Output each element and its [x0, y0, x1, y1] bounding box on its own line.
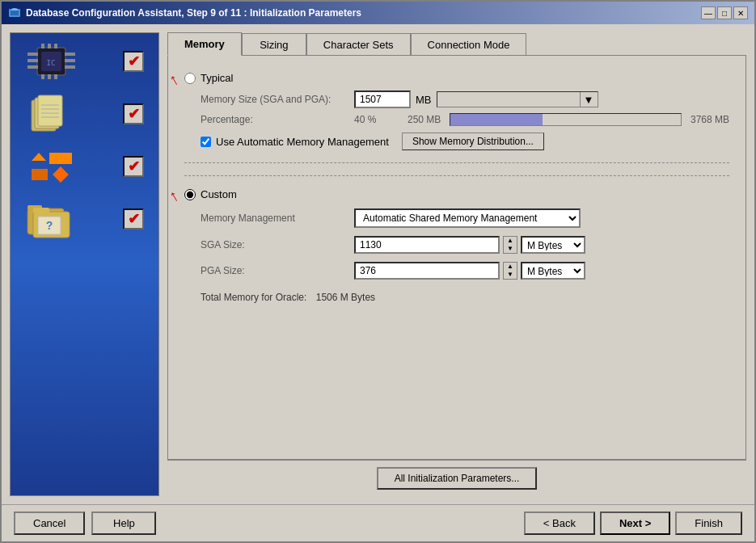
- custom-label: Custom: [201, 188, 237, 200]
- left-panel: IC ✔: [10, 32, 159, 496]
- auto-memory-row: Use Automatic Memory Management Show Mem…: [201, 133, 729, 150]
- memory-management-label: Memory Management: [201, 213, 346, 224]
- shapes-icon: [25, 146, 78, 187]
- illustration-row-3: ✔: [19, 146, 150, 187]
- memory-management-select[interactable]: Automatic Shared Memory Management Manua…: [354, 208, 581, 228]
- folder-doc-icon: ?: [25, 199, 78, 239]
- svg-rect-27: [32, 169, 48, 180]
- show-memory-distribution-button[interactable]: Show Memory Distribution...: [402, 133, 544, 150]
- svg-rect-20: [38, 95, 62, 126]
- svg-text:?: ?: [46, 219, 53, 232]
- svg-rect-26: [49, 153, 72, 164]
- custom-radio[interactable]: [184, 189, 196, 200]
- total-memory-label: Total Memory for Oracle:: [201, 292, 306, 303]
- illustration-row-2: ✔: [19, 94, 150, 134]
- sga-size-label: SGA Size:: [201, 239, 346, 250]
- arrow-indicator-typical: ↑: [166, 69, 182, 90]
- check-mark-1: ✔: [123, 51, 144, 72]
- pga-spin-down[interactable]: ▼: [504, 271, 517, 279]
- memory-size-label: Memory Size (SGA and PGA):: [201, 94, 346, 105]
- svg-rect-4: [41, 44, 44, 48]
- finish-button[interactable]: Finish: [675, 511, 742, 535]
- footer-right: < Back Next > Finish: [524, 511, 742, 535]
- sga-size-input[interactable]: [354, 236, 500, 254]
- close-button[interactable]: ✕: [733, 6, 748, 19]
- cancel-button[interactable]: Cancel: [14, 511, 85, 535]
- memory-size-input[interactable]: [354, 90, 411, 108]
- svg-rect-13: [65, 53, 75, 56]
- custom-radio-row: ↑ Custom: [184, 188, 729, 200]
- footer-left: Cancel Help: [14, 511, 156, 535]
- tab-connection-mode[interactable]: Connection Mode: [411, 33, 527, 56]
- pga-size-input[interactable]: [354, 262, 500, 280]
- svg-rect-11: [27, 59, 38, 62]
- percentage-row: 40 % 250 MB 3768 MB: [354, 113, 729, 126]
- svg-rect-2: [11, 11, 19, 15]
- svg-rect-7: [41, 74, 44, 79]
- auto-memory-checkbox[interactable]: [201, 137, 211, 147]
- memory-management-row: Automatic Shared Memory Management Manua…: [354, 208, 729, 228]
- check-mark-3: ✔: [123, 156, 144, 177]
- tabs-row: Memory Sizing Character Sets Connection …: [167, 32, 746, 56]
- bottom-bar: All Initialization Parameters...: [167, 460, 746, 496]
- minimize-button[interactable]: —: [701, 6, 716, 19]
- typical-section: ↑ Typical Memory Size (SGA and PGA): MB …: [184, 72, 729, 163]
- all-init-params-button[interactable]: All Initialization Parameters...: [377, 467, 538, 490]
- main-content: IC ✔: [2, 24, 754, 504]
- svg-rect-15: [65, 65, 75, 69]
- pga-unit-select[interactable]: M Bytes G Bytes: [521, 262, 585, 280]
- svg-text:IC: IC: [47, 59, 56, 67]
- percentage-label: Percentage:: [201, 114, 346, 125]
- help-button[interactable]: Help: [91, 511, 156, 535]
- custom-form-grid: Memory Management Automatic Shared Memor…: [201, 208, 729, 280]
- maximize-button[interactable]: □: [717, 6, 732, 19]
- typical-radio-row: ↑ Typical: [184, 72, 729, 84]
- window-title: Database Configuration Assistant, Step 9…: [26, 7, 696, 19]
- tab-character-sets[interactable]: Character Sets: [306, 33, 411, 56]
- typical-label: Typical: [201, 72, 233, 84]
- check-mark-2: ✔: [123, 103, 144, 124]
- next-button[interactable]: Next >: [600, 511, 670, 535]
- sga-spin-up[interactable]: ▲: [504, 237, 517, 245]
- main-window: Database Configuration Assistant, Step 9…: [0, 0, 756, 543]
- total-memory-value: 1506 M Bytes: [316, 292, 375, 303]
- arrow-indicator-custom: ↑: [166, 186, 182, 206]
- svg-rect-32: [33, 208, 49, 213]
- percentage-value: 40 %: [354, 114, 403, 125]
- typical-form-grid: Memory Size (SGA and PGA): MB ▼ Percenta…: [201, 90, 729, 126]
- typical-radio[interactable]: [184, 73, 196, 84]
- title-bar: Database Configuration Assistant, Step 9…: [2, 2, 754, 24]
- sga-size-row: ▲ ▼ M Bytes G Bytes: [354, 236, 729, 254]
- tab-memory[interactable]: Memory: [167, 32, 242, 56]
- footer: Cancel Help < Back Next > Finish: [2, 504, 754, 541]
- custom-section: ↑ Custom Memory Management Automatic Sha…: [184, 175, 729, 303]
- chip-icon: IC: [25, 41, 78, 82]
- svg-marker-25: [32, 153, 46, 161]
- memory-size-row: MB ▼: [354, 90, 729, 108]
- sga-spin-down[interactable]: ▼: [504, 245, 517, 253]
- auto-memory-label: Use Automatic Memory Management: [216, 136, 389, 148]
- svg-rect-6: [54, 44, 57, 48]
- pga-size-row: ▲ ▼ M Bytes G Bytes: [354, 262, 729, 280]
- window-controls: — □ ✕: [701, 6, 748, 19]
- svg-rect-9: [54, 74, 57, 79]
- memory-size-unit: MB: [416, 94, 432, 106]
- svg-rect-28: [53, 166, 69, 183]
- check-mark-4: ✔: [123, 208, 144, 229]
- pga-spin-up[interactable]: ▲: [504, 263, 517, 271]
- tab-sizing[interactable]: Sizing: [242, 33, 306, 56]
- tab-content: ↑ Typical Memory Size (SGA and PGA): MB …: [167, 55, 746, 460]
- svg-rect-12: [27, 65, 38, 69]
- max-memory: 3768 MB: [691, 114, 729, 125]
- sga-spin-buttons: ▲ ▼: [503, 236, 517, 254]
- sga-unit-select[interactable]: M Bytes G Bytes: [521, 236, 585, 254]
- svg-rect-10: [27, 53, 38, 56]
- min-memory: 250 MB: [408, 114, 441, 125]
- window-icon: [8, 6, 21, 19]
- total-memory-row: Total Memory for Oracle: 1506 M Bytes: [201, 292, 729, 303]
- back-button[interactable]: < Back: [524, 511, 595, 535]
- pga-spin-buttons: ▲ ▼: [503, 262, 517, 280]
- svg-rect-14: [65, 59, 75, 62]
- illustration-row-1: IC ✔: [19, 41, 150, 82]
- document-icon: [25, 94, 78, 134]
